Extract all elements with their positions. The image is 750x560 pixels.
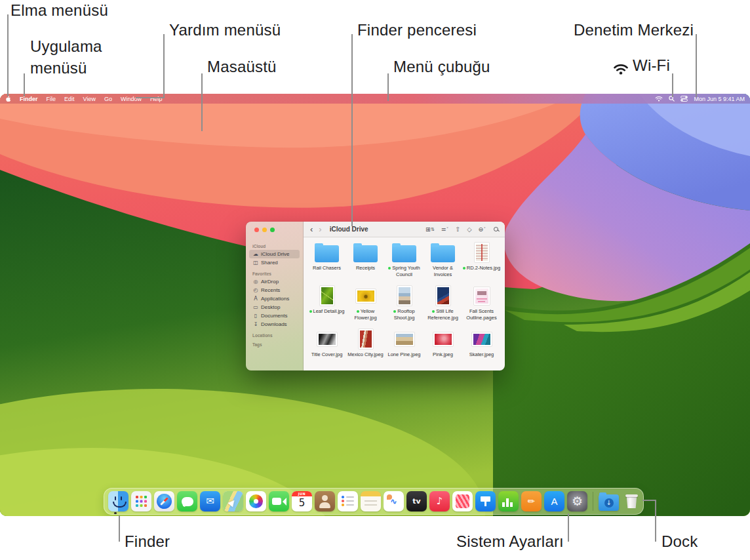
file-item-rooftop-shoot-jpg[interactable]: Rooftop Shoot.jpg — [385, 284, 424, 327]
menu-view[interactable]: View — [83, 96, 96, 102]
file-thumbnail — [397, 284, 412, 308]
dock-icon-freeform[interactable]: ∿ — [384, 491, 404, 511]
dock-icon-facetime[interactable] — [269, 491, 289, 511]
file-thumbnail — [433, 327, 453, 351]
sidebar-item-shared[interactable]: ◫Shared — [249, 258, 300, 267]
sidebar-item-documents[interactable]: ▯Documents — [249, 311, 300, 320]
file-thumbnail — [474, 284, 490, 308]
menu-go[interactable]: Go — [104, 96, 112, 102]
folder-icon-shape — [392, 245, 416, 262]
file-label: Title Cover.jpg — [311, 351, 343, 358]
dock-icon-system-settings[interactable]: ⚙ — [567, 491, 587, 511]
thumbnail-yellow-flower-jpg — [356, 289, 376, 303]
finder-window: iCloud☁iCloud Drive◫SharedFavorites◎AirD… — [246, 222, 505, 370]
file-label: Pink.jpeg — [433, 351, 453, 358]
file-item-receipts[interactable]: Receipts — [346, 241, 385, 284]
callout-line-wifi — [672, 73, 673, 97]
file-thumbnail — [356, 284, 376, 308]
file-item-fall-scents-outline-pages[interactable]: Fall Scents Outline.pages — [462, 284, 501, 327]
view-switcher-icon[interactable]: ⊞⇅ — [425, 226, 435, 233]
callout-line-system-settings — [568, 513, 569, 542]
dock-icon-finder[interactable] — [108, 491, 128, 511]
dock-divider — [593, 492, 593, 511]
menu-edit[interactable]: Edit — [64, 96, 75, 102]
dock-icon-notes[interactable] — [361, 491, 381, 511]
file-item-rd-2-notes-jpg[interactable]: RD.2-Notes.jpg — [462, 241, 501, 284]
sync-status-icon — [309, 310, 312, 313]
callout-line-apple-menu — [7, 14, 9, 96]
dock-icon-calendar[interactable]: JUN5 — [292, 491, 312, 511]
file-item-pink-jpeg[interactable]: Pink.jpeg — [424, 327, 462, 370]
file-item-skater-jpeg[interactable]: Skater.jpeg — [462, 327, 501, 370]
dock-icon-app-store[interactable]: A — [544, 491, 564, 511]
menu-window[interactable]: Window — [121, 96, 142, 102]
dock-icon-pages[interactable]: ✎ — [521, 491, 542, 511]
control-center-icon[interactable] — [681, 96, 688, 102]
menu-bar-clock[interactable]: Mon Jun 5 9:41 AM — [694, 96, 745, 102]
minimize-button[interactable] — [262, 228, 267, 232]
sync-status-icon — [393, 310, 396, 313]
calendar-month-label: JUN — [292, 491, 312, 496]
forward-icon[interactable]: › — [319, 225, 321, 233]
dock-icon-launchpad[interactable] — [131, 491, 151, 511]
file-item-still-life-reference-jpg[interactable]: Still Life Reference.jpg — [424, 284, 462, 327]
dock-icon-reminders[interactable] — [338, 491, 358, 511]
sidebar-item-downloads[interactable]: ↧Downloads — [249, 320, 300, 329]
menu-file[interactable]: File — [47, 96, 56, 102]
dock-icon-news[interactable] — [452, 491, 473, 511]
dock-icon-trash[interactable] — [622, 491, 642, 511]
search-icon[interactable] — [494, 227, 498, 231]
sidebar-item-airdrop[interactable]: ◎AirDrop — [249, 277, 300, 286]
callout-dock: Dock — [661, 532, 698, 551]
callout-app-menu-line1: Uygulama — [30, 37, 102, 55]
group-by-icon[interactable]: ≡ˇ — [441, 226, 448, 233]
file-item-title-cover-jpg[interactable]: Title Cover.jpg — [307, 327, 346, 370]
back-icon[interactable]: ‹ — [310, 225, 313, 233]
menu-items: FinderFileEditViewGoWindowHelp — [20, 96, 162, 102]
file-item-vendor-invoices[interactable]: Vendor & Invoices — [424, 241, 462, 284]
callout-line-finder-window — [351, 34, 353, 226]
dock-icon-music[interactable]: ♪ — [429, 491, 450, 511]
wifi-icon[interactable] — [655, 96, 663, 102]
dock-icon-mail[interactable]: ✉ — [200, 491, 220, 511]
dock-icon-photos[interactable] — [246, 491, 266, 511]
file-item-leaf-detail-jpg[interactable]: Leaf Detail.jpg — [307, 284, 346, 327]
dock-icon-numbers[interactable] — [498, 491, 519, 511]
sidebar-item-applications[interactable]: AApplications — [249, 294, 300, 303]
share-icon[interactable]: ⇧ — [455, 226, 460, 233]
freeform-glyph: ∿ — [390, 497, 397, 506]
dock-icon-safari[interactable] — [154, 491, 174, 511]
more-options-icon[interactable]: ⊖ˇ — [479, 226, 486, 233]
thumbnail-lone-pine-jpeg — [395, 332, 414, 346]
sidebar-item-recents[interactable]: ◴Recents — [249, 286, 300, 294]
calendar-day-label: 5 — [299, 496, 306, 510]
file-label: Fall Scents Outline.pages — [463, 308, 501, 321]
zoom-button[interactable] — [270, 228, 275, 232]
file-item-lone-pine-jpeg[interactable]: Lone Pine.jpeg — [385, 327, 424, 370]
dock-icon-maps[interactable] — [223, 491, 243, 511]
thumbnail-skater-jpeg — [472, 332, 492, 346]
file-label: Rail Chasers — [313, 265, 341, 271]
dock-icon-messages[interactable] — [177, 491, 197, 511]
sync-status-icon — [463, 267, 465, 270]
file-thumbnail — [436, 284, 450, 308]
sidebar-item-desktop[interactable]: ▭Desktop — [249, 303, 300, 311]
close-button[interactable] — [254, 228, 259, 232]
sidebar-item-label: Shared — [261, 260, 278, 266]
file-item-yellow-flower-jpg[interactable]: Yellow Flower.jpg — [346, 284, 385, 327]
callout-line-dock-h — [642, 500, 656, 501]
menu-finder[interactable]: Finder — [20, 96, 38, 102]
file-item-rail-chasers[interactable]: Rail Chasers — [307, 241, 346, 284]
dock-icon-keynote[interactable] — [475, 491, 496, 511]
dock-icon-apple-tv[interactable]: tv — [406, 491, 427, 511]
sidebar-item-icloud-drive[interactable]: ☁iCloud Drive — [249, 250, 300, 258]
menu-help[interactable]: Help — [150, 96, 163, 102]
dock-icon-downloads[interactable] — [599, 494, 619, 511]
dock-icon-contacts[interactable] — [315, 491, 335, 511]
sync-status-icon — [357, 310, 359, 313]
file-item-spring-youth-council[interactable]: Spring Youth Council — [385, 241, 424, 284]
finder-toolbar: ‹ › iCloud Drive ⊞⇅ ≡ˇ ⇧ ◇ ⊖ˇ — [304, 222, 505, 237]
tag-icon[interactable]: ◇ — [467, 226, 471, 233]
file-item-mexico-city-jpeg[interactable]: Mexico City.jpeg — [346, 327, 385, 370]
thumbnail-pink-jpeg — [433, 332, 453, 346]
